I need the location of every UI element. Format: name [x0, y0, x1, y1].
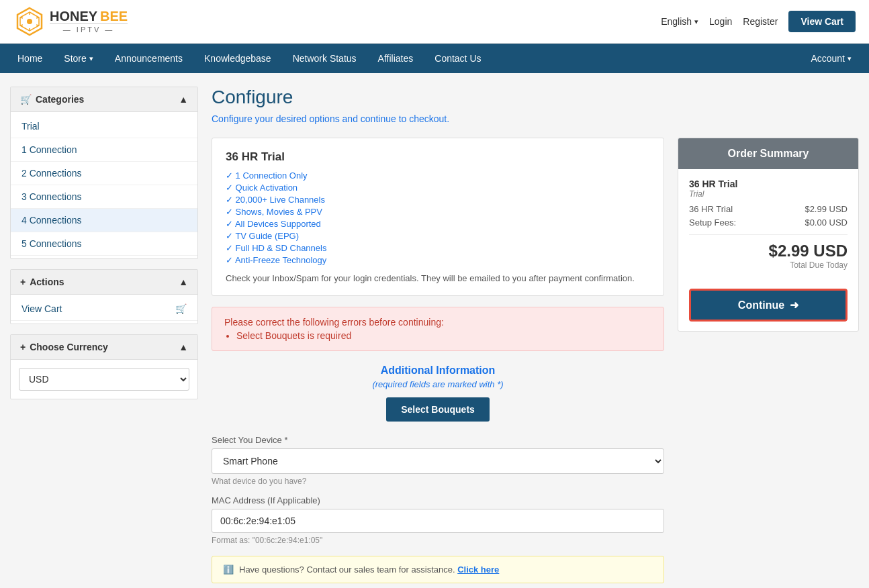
nav-left: Home Store ▾ Announcements Knowledgebase…	[7, 44, 492, 73]
select-bouquets-button[interactable]: Select Bouquets	[386, 397, 490, 422]
chevron-down-icon: ▾	[89, 54, 93, 63]
help-box: ℹ️ Have questions? Contact our sales tea…	[212, 556, 664, 583]
order-divider	[689, 234, 848, 235]
sidebar-item-view-cart[interactable]: View Cart 🛒	[11, 297, 197, 321]
top-bar: HONEY BEE — IPTV — English ▾ Login Regis…	[0, 0, 869, 44]
feature-2: ✓ Quick Activation	[226, 183, 650, 193]
sidebar-item-1conn[interactable]: 1 Connection	[11, 138, 197, 162]
cart-icon: 🛒	[175, 303, 187, 314]
order-line2-label: Setup Fees:	[689, 217, 736, 228]
order-line1-label: 36 HR Trial	[689, 204, 733, 214]
error-item-0: Select Bouquets is required	[236, 330, 651, 341]
feature-1: ✓ 1 Connection Only	[226, 170, 650, 181]
feature-4: ✓ Shows, Movies & PPV	[226, 207, 650, 217]
main-layout: 🛒 Categories ▲ Trial 1 Connection 2 Conn…	[0, 73, 869, 588]
nav-affiliates[interactable]: Affiliates	[367, 44, 424, 73]
logo-bee: BEE	[100, 9, 128, 23]
sidebar-item-3conn[interactable]: 3 Connections	[11, 185, 197, 209]
svg-point-2	[27, 19, 32, 24]
plus-icon: +	[20, 277, 26, 287]
order-total-label: Total Due Today	[689, 260, 848, 270]
categories-header: 🛒 Categories ▲	[11, 87, 197, 112]
cart-icon: 🛒	[20, 94, 32, 105]
sidebar-item-trial[interactable]: Trial	[11, 115, 197, 138]
actions-section: + Actions ▲ View Cart 🛒	[10, 269, 198, 324]
device-select[interactable]: Smart Phone Android Box Amazon Fire Stic…	[212, 448, 664, 474]
device-hint: What device do you have?	[212, 477, 664, 486]
continue-btn-wrapper: Continue ➜	[678, 279, 858, 331]
chevron-up-icon: ▲	[179, 94, 188, 105]
view-cart-button-top[interactable]: View Cart	[788, 11, 856, 32]
feature-6: ✓ TV Guide (EPG)	[226, 231, 650, 241]
continue-button[interactable]: Continue ➜	[689, 289, 848, 322]
login-link[interactable]: Login	[709, 16, 732, 27]
sidebar-item-5conn[interactable]: 5 Connections	[11, 232, 197, 256]
info-icon: ℹ️	[223, 565, 234, 575]
chevron-up-icon: ▲	[179, 277, 188, 287]
feature-8: ✓ Anti-Freeze Technology	[226, 255, 650, 265]
logo-text: HONEY BEE — IPTV —	[50, 9, 128, 34]
product-features: ✓ 1 Connection Only ✓ Quick Activation ✓…	[226, 170, 650, 265]
product-card: 36 HR Trial ✓ 1 Connection Only ✓ Quick …	[212, 138, 664, 296]
sidebar-item-2conn[interactable]: 2 Connections	[11, 162, 197, 185]
logo-icon	[13, 5, 46, 38]
product-title: 36 HR Trial	[226, 150, 650, 164]
additional-section: Additional Information (required fields …	[212, 364, 664, 545]
order-line1-price: $2.99 USD	[805, 204, 848, 214]
logo: HONEY BEE — IPTV —	[13, 5, 128, 38]
sidebar-item-4conn[interactable]: 4 Connections	[11, 209, 197, 232]
content-with-summary: 36 HR Trial ✓ 1 Connection Only ✓ Quick …	[212, 138, 859, 583]
order-line-1: 36 HR Trial $2.99 USD	[689, 204, 848, 214]
nav-store[interactable]: Store ▾	[53, 44, 103, 73]
order-product-type: Trial	[689, 189, 848, 199]
svg-line-8	[36, 25, 39, 26]
actions-header: + Actions ▲	[11, 270, 197, 295]
feature-5: ✓ All Devices Supported	[226, 219, 650, 229]
mac-input[interactable]	[212, 509, 664, 533]
nav-bar: Home Store ▾ Announcements Knowledgebase…	[0, 44, 869, 73]
currency-body: USD EUR GBP	[11, 360, 197, 399]
device-form-group: Select You Device * Smart Phone Android …	[212, 435, 664, 486]
sidebar: 🛒 Categories ▲ Trial 1 Connection 2 Conn…	[10, 87, 198, 583]
help-link[interactable]: Click here	[457, 565, 499, 575]
logo-honey: HONEY	[50, 9, 97, 23]
feature-3: ✓ 20,000+ Live Channels	[226, 195, 650, 205]
plus-icon: +	[20, 342, 26, 352]
error-title: Please correct the following errors befo…	[224, 317, 651, 328]
currency-section: + Choose Currency ▲ USD EUR GBP	[10, 334, 198, 399]
mac-hint: Format as: "00:6c:2e:94:e1:05"	[212, 536, 664, 545]
nav-network-status[interactable]: Network Status	[282, 44, 367, 73]
additional-subtitle: (required fields are marked with *)	[212, 379, 664, 389]
device-label: Select You Device *	[212, 435, 664, 445]
order-summary: Order Summary 36 HR Trial Trial 36 HR Tr…	[678, 138, 859, 332]
chevron-down-icon: ▾	[848, 54, 852, 63]
nav-account[interactable]: Account ▾	[800, 44, 862, 73]
order-summary-header: Order Summary	[678, 138, 858, 169]
logo-iptv: — IPTV —	[50, 23, 128, 34]
mac-label: MAC Address (If Applicable)	[212, 495, 664, 505]
svg-line-7	[20, 25, 23, 26]
language-selector[interactable]: English ▾	[661, 16, 698, 27]
register-link[interactable]: Register	[743, 16, 778, 27]
categories-list: Trial 1 Connection 2 Connections 3 Conne…	[11, 112, 197, 258]
svg-line-6	[36, 17, 39, 18]
additional-title: Additional Information	[212, 364, 664, 377]
order-line2-price: $0.00 USD	[805, 217, 848, 228]
nav-announcements[interactable]: Announcements	[104, 44, 193, 73]
nav-knowledgebase[interactable]: Knowledgebase	[193, 44, 282, 73]
page-subtitle: Configure your desired options and conti…	[212, 113, 859, 124]
content-main: 36 HR Trial ✓ 1 Connection Only ✓ Quick …	[212, 138, 664, 583]
order-product-name: 36 HR Trial	[689, 179, 848, 189]
mac-form-group: MAC Address (If Applicable) Format as: "…	[212, 495, 664, 545]
nav-right: Account ▾	[800, 44, 862, 73]
actions-list: View Cart 🛒	[11, 295, 197, 324]
nav-contact-us[interactable]: Contact Us	[424, 44, 492, 73]
currency-select[interactable]: USD EUR GBP	[19, 368, 189, 391]
order-line-2: Setup Fees: $0.00 USD	[689, 217, 848, 228]
svg-line-5	[20, 17, 23, 18]
top-right-links: English ▾ Login Register View Cart	[661, 11, 856, 32]
categories-section: 🛒 Categories ▲ Trial 1 Connection 2 Conn…	[10, 87, 198, 259]
nav-home[interactable]: Home	[7, 44, 53, 73]
chevron-down-icon: ▾	[694, 17, 698, 26]
error-box: Please correct the following errors befo…	[212, 307, 664, 351]
